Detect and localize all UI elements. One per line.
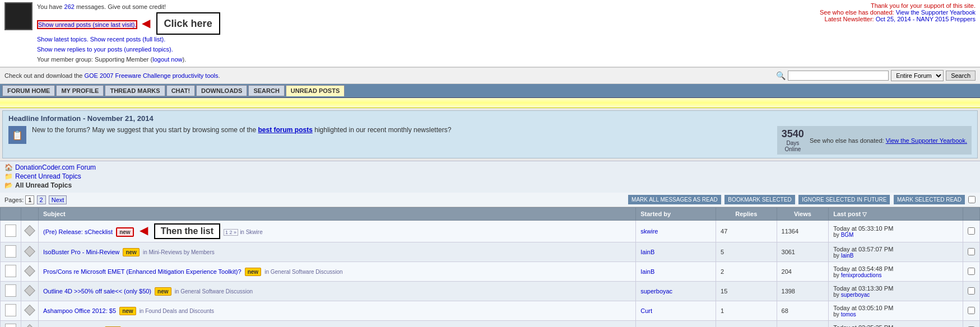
- row-subject-cell: Outline 4D >>50% off sale<< (only $50) n…: [39, 282, 636, 301]
- days-online-block: 3540 DaysOnline: [782, 128, 804, 152]
- last-post-by: by IainB: [833, 253, 958, 259]
- new-replies-link[interactable]: Show new replies to your posts (unreplie…: [37, 46, 173, 53]
- topic-link[interactable]: Ashampoo Office 2012: $5: [43, 307, 116, 314]
- last-post-by: by superboyac: [833, 292, 958, 298]
- row-replies-cell: 5: [716, 242, 777, 262]
- bookmark-icon[interactable]: [24, 305, 35, 316]
- next-page-link[interactable]: Next: [49, 195, 67, 204]
- last-post-author-link[interactable]: superboyac: [841, 292, 870, 298]
- arrow-annotation-2: ◀: [140, 223, 148, 237]
- bookmark-icon[interactable]: [24, 324, 35, 327]
- bookmark-icon[interactable]: [24, 285, 35, 296]
- bc-recent-link[interactable]: Recent Unread Topics: [15, 172, 81, 180]
- topic-link[interactable]: (Pre) Release: sChecklist: [43, 228, 113, 235]
- search-input[interactable]: [788, 71, 889, 81]
- category-link[interactable]: Found Deals and Discounts: [145, 308, 214, 314]
- category-link[interactable]: General Software Discussion: [271, 269, 343, 275]
- row-checkbox[interactable]: [968, 287, 975, 295]
- header-messages: You have 262 messages. Give out some cre…: [37, 2, 220, 64]
- started-by-link[interactable]: IainB: [640, 249, 654, 255]
- category-link[interactable]: General Software Discussion: [180, 288, 253, 295]
- bc-row-1: 🏠 DonationCoder.com Forum: [4, 164, 976, 171]
- last-post-author-link[interactable]: BGM: [841, 232, 854, 238]
- row-checkbox-cell: [963, 242, 980, 262]
- search-scope-select[interactable]: Entire Forum This Forum This Topic: [891, 70, 944, 81]
- row-checkbox[interactable]: [968, 307, 975, 314]
- started-by-link[interactable]: superboyac: [640, 288, 672, 295]
- recent-posts-link[interactable]: Show recent posts (full list).: [90, 36, 166, 43]
- row-last-post-cell: Today at 03:57:07 PM by IainB: [829, 242, 963, 262]
- last-post-author-link[interactable]: tomos: [841, 311, 856, 317]
- goe-link[interactable]: GOE 2007 Freeware Challenge productivity…: [85, 72, 219, 79]
- nav-my-profile[interactable]: MY PROFILE: [56, 85, 104, 96]
- bookmark-icon[interactable]: [24, 265, 35, 277]
- ignore-selected-button[interactable]: IGNORE SELECTED IN FUTURE: [798, 195, 890, 204]
- nav-thread-marks[interactable]: THREAD MARKS: [105, 85, 165, 96]
- th-last-post: Last post ▽: [829, 208, 963, 221]
- last-post-author-link[interactable]: IainB: [841, 253, 854, 259]
- row-last-post-cell: Today at 02:25:25 PM by Paul1149: [829, 321, 963, 327]
- days-online-count: 3540: [782, 128, 804, 140]
- latest-topics-link[interactable]: Show latest topics.: [37, 36, 89, 43]
- messages-count-link[interactable]: 262: [64, 3, 75, 10]
- category-link[interactable]: Skwire: [246, 229, 263, 235]
- nav-search[interactable]: SEARCH: [248, 85, 284, 96]
- row-started-by-cell: Curt: [636, 301, 716, 321]
- unread-line: Show unread posts (since last visit). ◀ …: [37, 12, 220, 35]
- th-started-by: Started by: [636, 208, 716, 221]
- best-forum-posts-link[interactable]: best forum posts: [258, 126, 313, 134]
- row-checkbox[interactable]: [968, 227, 975, 235]
- select-all-checkbox[interactable]: [968, 195, 976, 204]
- category-link[interactable]: Mini-Reviews by Members: [148, 249, 214, 255]
- view-yearbook-link2[interactable]: View the Supporter Yearbook.: [886, 137, 967, 144]
- bookmark-icon[interactable]: [24, 225, 35, 236]
- started-by-link[interactable]: Curt: [640, 307, 652, 314]
- category-label: in Skwire: [240, 229, 263, 235]
- search-icon: 🔍: [776, 71, 786, 80]
- topic-link[interactable]: Pros/Cons re Microsoft EMET (Enhanced Mi…: [43, 268, 241, 275]
- bc-current: All Unread Topics: [15, 181, 72, 189]
- headline-box: Headline Information - November 21, 2014…: [2, 110, 978, 158]
- nav-downloads[interactable]: DOWNLOADS: [196, 85, 247, 96]
- mark-all-read-button[interactable]: MARK ALL MESSAGES AS READ: [628, 195, 721, 204]
- messages-line: You have 262 messages. Give out some cre…: [37, 2, 220, 12]
- started-by-link[interactable]: skwire: [640, 228, 658, 235]
- bookmark-selected-button[interactable]: BOOKMARK SELECTED: [724, 195, 795, 204]
- th-subject: Subject: [39, 208, 636, 221]
- row-replies-cell: 47: [716, 221, 777, 242]
- row-bookmark-cell: [21, 221, 39, 242]
- row-last-post-cell: Today at 05:33:10 PM by BGM: [829, 221, 963, 242]
- th-replies: Replies: [716, 208, 777, 221]
- bc-forum-link[interactable]: DonationCoder.com Forum: [15, 164, 96, 171]
- topic-type-icon: [5, 304, 16, 316]
- nav-forum-home[interactable]: FORUM HOME: [2, 85, 55, 96]
- header-right: Thank you for your support of this site.…: [820, 2, 976, 22]
- row-checkbox[interactable]: [968, 268, 975, 275]
- search-button[interactable]: Search: [946, 71, 976, 81]
- topic-link[interactable]: Outline 4D >>50% off sale<< (only $50): [43, 288, 151, 295]
- mark-selected-read-button[interactable]: MARK SELECTED READ: [894, 195, 965, 204]
- bookmark-icon[interactable]: [24, 246, 35, 257]
- row-checkbox-cell: [963, 301, 980, 321]
- row-views-cell: 1398: [777, 282, 829, 301]
- row-checkbox[interactable]: [968, 248, 975, 255]
- last-post-time: Today at 05:33:10 PM: [833, 225, 958, 232]
- page-2-link[interactable]: 2: [37, 195, 46, 204]
- logout-link[interactable]: logout now: [152, 56, 182, 63]
- category-label: in General Software Discussion: [175, 288, 253, 295]
- unread-posts-link[interactable]: Show unread posts (since last visit).: [37, 20, 137, 29]
- row-icon-cell: [1, 282, 21, 301]
- days-online-label: DaysOnline: [782, 140, 804, 152]
- row-views-cell: 3061: [777, 242, 829, 262]
- row-bookmark-cell: [21, 301, 39, 321]
- nav-chat[interactable]: CHAT!: [166, 85, 195, 96]
- row-started-by-cell: superboyac: [636, 282, 716, 301]
- search-bar-left: Check out and download the GOE 2007 Free…: [4, 72, 220, 79]
- topic-link[interactable]: IsoBuster Pro - Mini-Review: [43, 249, 119, 255]
- started-by-link[interactable]: IainB: [640, 268, 654, 275]
- view-yearbook-link[interactable]: View the Supporter Yearbook: [896, 9, 976, 16]
- nav-unread-posts[interactable]: UNREAD POSTS: [286, 85, 345, 96]
- forum-icon: 🏠: [4, 164, 13, 171]
- newsletter-link[interactable]: Oct 25, 2014 - NANY 2015 Preppers: [876, 16, 976, 22]
- last-post-author-link[interactable]: fenixproductions: [841, 272, 882, 278]
